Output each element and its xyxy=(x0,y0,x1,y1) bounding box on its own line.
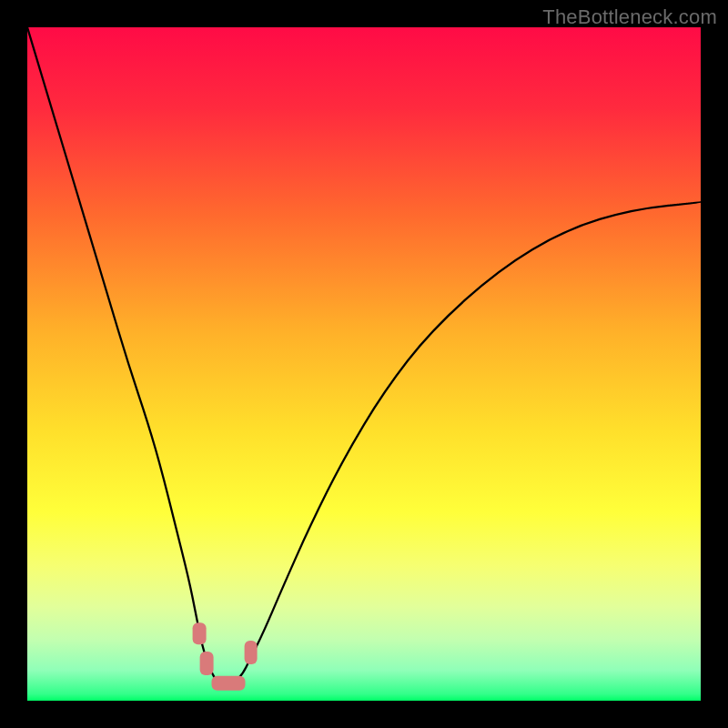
background-gradient xyxy=(27,27,701,701)
svg-rect-0 xyxy=(27,27,701,701)
marker-left-lower xyxy=(199,652,213,675)
marker-left-upper xyxy=(193,622,207,644)
marker-bottom xyxy=(211,676,245,691)
frame: TheBottleneck.com xyxy=(0,0,728,728)
watermark-text: TheBottleneck.com xyxy=(542,5,717,29)
marker-right xyxy=(244,641,258,664)
plot-area xyxy=(27,27,701,701)
